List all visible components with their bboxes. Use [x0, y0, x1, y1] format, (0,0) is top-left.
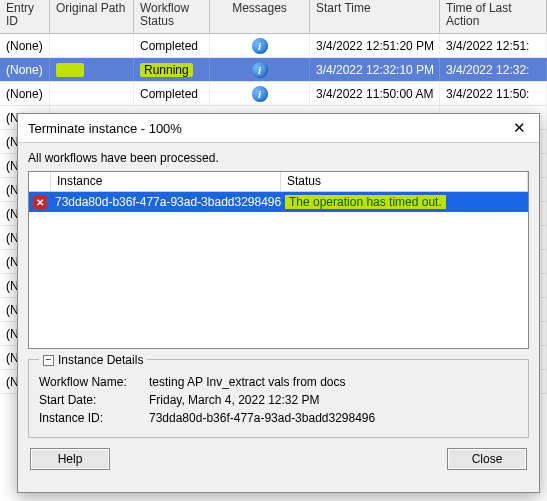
instance-status-cell: The operation has timed out. [281, 192, 528, 212]
table-row[interactable]: (None) Completed i 3/4/2022 11:50:00 AM … [0, 82, 547, 106]
instance-list[interactable]: Instance Status ✕ 73dda80d-b36f-477a-93a… [28, 171, 529, 349]
details-legend-text: Instance Details [58, 353, 143, 367]
cell-path [50, 58, 134, 81]
error-icon: ✕ [29, 192, 51, 212]
col-entry-id[interactable]: Entry ID [0, 0, 50, 33]
cell-last: 3/4/2022 12:51: [440, 34, 547, 57]
cell-wf-status: Completed [134, 34, 210, 57]
grid-header: Entry ID Original Path Workflow Status M… [0, 0, 547, 34]
highlight-marker [56, 63, 84, 77]
instance-list-header: Instance Status [29, 172, 528, 192]
info-icon[interactable]: i [252, 38, 268, 54]
cell-messages[interactable]: i [210, 82, 310, 105]
close-button[interactable]: Close [447, 448, 527, 470]
dialog-button-row: Help Close [28, 448, 529, 470]
cell-entry: (None) [0, 82, 50, 105]
detail-start-date: Start Date: Friday, March 4, 2022 12:32 … [39, 391, 518, 409]
info-icon[interactable]: i [252, 86, 268, 102]
col-original-path[interactable]: Original Path [50, 0, 134, 33]
cell-wf-status: Completed [134, 82, 210, 105]
highlight-marker: Running [140, 63, 193, 77]
label: Instance ID: [39, 411, 149, 425]
cell-wf-status: Running [134, 58, 210, 81]
col-instance[interactable]: Instance [51, 172, 281, 191]
cell-last: 3/4/2022 11:50: [440, 82, 547, 105]
label: Start Date: [39, 393, 149, 407]
cell-entry: (None) [0, 58, 50, 81]
close-icon[interactable]: ✕ [507, 118, 531, 138]
col-last-action[interactable]: Time of Last Action [440, 0, 547, 33]
col-start-time[interactable]: Start Time [310, 0, 440, 33]
cell-start: 3/4/2022 12:51:20 PM [310, 34, 440, 57]
table-row[interactable]: (None) Running i 3/4/2022 12:32:10 PM 3/… [0, 58, 547, 82]
col-workflow-status[interactable]: Workflow Status [134, 0, 210, 33]
cell-entry: (None) [0, 34, 50, 57]
cell-path [50, 82, 134, 105]
col-icon[interactable] [29, 172, 51, 191]
instance-details-group: − Instance Details Workflow Name: testin… [28, 359, 529, 438]
table-row[interactable]: (None) Completed i 3/4/2022 12:51:20 PM … [0, 34, 547, 58]
terminate-instance-dialog: Terminate instance - 100% ✕ All workflow… [17, 113, 540, 493]
help-button[interactable]: Help [30, 448, 110, 470]
value: Friday, March 4, 2022 12:32 PM [149, 393, 518, 407]
cell-messages[interactable]: i [210, 34, 310, 57]
value: testing AP Inv_extract vals from docs [149, 375, 518, 389]
dialog-title-text: Terminate instance - 100% [28, 121, 182, 136]
cell-path [50, 34, 134, 57]
collapse-icon[interactable]: − [43, 355, 54, 366]
col-messages[interactable]: Messages [210, 0, 310, 33]
list-item[interactable]: ✕ 73dda80d-b36f-477a-93ad-3badd3298496 T… [29, 192, 528, 212]
cell-start: 3/4/2022 11:50:00 AM [310, 82, 440, 105]
dialog-body: All workflows have been processed. Insta… [18, 143, 539, 492]
detail-instance-id: Instance ID: 73dda80d-b36f-477a-93ad-3ba… [39, 409, 518, 427]
cell-last: 3/4/2022 12:32: [440, 58, 547, 81]
cell-messages[interactable]: i [210, 58, 310, 81]
value: 73dda80d-b36f-477a-93ad-3badd3298496 [149, 411, 518, 425]
highlight-marker: The operation has timed out. [285, 195, 446, 209]
label: Workflow Name: [39, 375, 149, 389]
instance-id-cell: 73dda80d-b36f-477a-93ad-3badd3298496 [51, 192, 281, 212]
cell-start: 3/4/2022 12:32:10 PM [310, 58, 440, 81]
detail-workflow-name: Workflow Name: testing AP Inv_extract va… [39, 373, 518, 391]
status-message: All workflows have been processed. [28, 151, 529, 165]
info-icon[interactable]: i [252, 62, 268, 78]
col-status[interactable]: Status [281, 172, 528, 191]
dialog-titlebar[interactable]: Terminate instance - 100% ✕ [18, 114, 539, 143]
details-legend[interactable]: − Instance Details [39, 353, 147, 367]
